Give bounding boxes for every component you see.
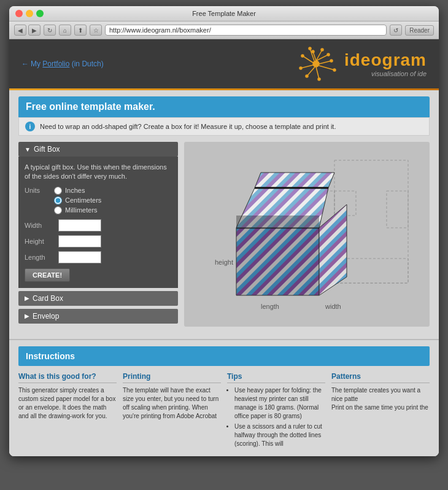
width-dim-label: width <box>325 303 341 310</box>
envelop-section: ▶ Envelop <box>18 309 178 324</box>
instruction-col-2-list: Use heavy paper for folding: the heavies… <box>227 386 325 448</box>
svg-rect-24 <box>387 191 408 228</box>
radio-group: Inches Centimeters Millimeters <box>54 187 101 214</box>
svg-point-11 <box>312 50 314 53</box>
logo-text: ideogram <box>344 50 427 70</box>
instructions-header: Instructions <box>18 346 430 366</box>
instruction-col-2: Tips Use heavy paper for folding: the he… <box>227 372 325 450</box>
box-preview: height length width <box>199 154 414 314</box>
instruction-col-3-extra: Print on the same time you print the <box>331 403 430 412</box>
svg-point-12 <box>321 49 323 51</box>
instructions-grid: What is this good for? This generator si… <box>18 372 430 450</box>
info-icon: i <box>25 122 35 131</box>
svg-rect-44 <box>236 216 319 229</box>
tool-area: ▼ Gift Box A typical gift box. Use this … <box>18 142 430 327</box>
radio-inches-input[interactable] <box>54 187 62 195</box>
info-text: Need to wrap an odd-shaped gift? Create … <box>40 123 336 130</box>
back-arrow-icon: ← <box>21 60 29 68</box>
width-row: Width <box>25 219 172 231</box>
address-bar[interactable]: http://www.ideogram.nl/boxmaker/ <box>105 25 387 36</box>
window-title: Free Template Maker <box>192 10 256 17</box>
instructions-section: Instructions What is this good for? This… <box>9 339 439 456</box>
box-preview-panel: height length width <box>184 142 430 327</box>
browser-window: Free Template Maker ◀ ▶ ↻ ⌂ ⬆ ☆ http://w… <box>9 6 439 456</box>
length-dim-label: length <box>261 303 279 310</box>
length-input[interactable] <box>58 251 101 263</box>
maximize-button[interactable] <box>36 10 44 17</box>
reader-button[interactable]: Reader <box>405 25 434 36</box>
width-label: Width <box>25 222 58 229</box>
forward-nav-button[interactable]: ▶ <box>28 25 41 36</box>
radio-centimeters-label: Centimeters <box>65 196 101 204</box>
home-button[interactable]: ⌂ <box>59 25 71 36</box>
reload-button[interactable]: ↻ <box>44 25 56 36</box>
height-label: Height <box>25 238 58 245</box>
svg-point-18 <box>299 67 302 69</box>
svg-marker-39 <box>236 228 319 295</box>
svg-point-16 <box>318 78 320 80</box>
envelop-accordion-header[interactable]: ▶ Envelop <box>18 309 178 324</box>
toolbar: ◀ ▶ ↻ ⌂ ⬆ ☆ http://www.ideogram.nl/boxma… <box>9 21 439 39</box>
main-content: Free online template maker. i Need to wr… <box>9 90 439 339</box>
envelop-label: Envelop <box>33 312 59 321</box>
back-nav-button[interactable]: ◀ <box>14 25 26 36</box>
length-label: Length <box>25 254 58 261</box>
svg-point-17 <box>306 75 308 77</box>
back-link[interactable]: ← My Portfolio (in Dutch) <box>21 60 104 68</box>
page-content: ← My Portfolio (in Dutch) <box>9 39 439 456</box>
width-input[interactable] <box>58 219 101 231</box>
minimize-button[interactable] <box>26 10 33 17</box>
title-bar: Free Template Maker <box>9 6 439 21</box>
gift-box-chevron-icon: ▼ <box>25 146 31 153</box>
share-button[interactable]: ⬆ <box>74 25 87 36</box>
radio-millimeters[interactable]: Millimeters <box>54 206 101 214</box>
card-box-accordion-header[interactable]: ▶ Card Box <box>18 291 178 306</box>
close-button[interactable] <box>15 10 23 17</box>
svg-marker-42 <box>255 173 334 188</box>
gift-box-description: A typical gift box. Use this when the di… <box>25 163 172 182</box>
refresh-button[interactable]: ↺ <box>390 25 402 36</box>
site-header: ← My Portfolio (in Dutch) <box>9 39 439 88</box>
units-label: Units <box>25 187 49 214</box>
traffic-lights <box>15 10 44 17</box>
create-button[interactable]: CREATE! <box>25 268 70 282</box>
svg-line-9 <box>303 56 313 63</box>
left-panel: ▼ Gift Box A typical gift box. Use this … <box>18 142 178 327</box>
instruction-col-0-text: This generator simply creates a custom s… <box>18 386 117 421</box>
svg-point-13 <box>327 53 330 56</box>
instructions-heading: Instructions <box>26 351 422 361</box>
gift-box-body: A typical gift box. Use this when the di… <box>18 157 178 288</box>
main-heading: Free online template maker. <box>26 101 422 112</box>
svg-line-7 <box>307 67 315 76</box>
svg-line-6 <box>316 67 319 79</box>
radio-centimeters-input[interactable] <box>54 196 62 204</box>
card-box-label: Card Box <box>33 294 63 303</box>
instruction-col-3-title: Patterns <box>331 372 430 383</box>
address-text: http://www.ideogram.nl/boxmaker/ <box>109 26 382 34</box>
logo-area: ideogram visualisation of ide <box>344 50 427 77</box>
instruction-col-2-item-1: Use a scissors and a ruler to cut halfwa… <box>234 422 325 448</box>
instruction-col-2-title: Tips <box>227 372 325 383</box>
radio-inches-label: Inches <box>65 187 85 194</box>
radio-millimeters-input[interactable] <box>54 206 62 214</box>
height-dim-label: height <box>215 259 233 266</box>
instruction-col-1-title: Printing <box>123 372 221 383</box>
svg-line-8 <box>301 65 313 68</box>
main-heading-bar: Free online template maker. <box>18 96 430 117</box>
instruction-col-0-title: What is this good for? <box>18 372 117 383</box>
length-row: Length <box>25 251 172 263</box>
height-input[interactable] <box>58 235 101 247</box>
radio-millimeters-label: Millimeters <box>65 206 98 214</box>
instruction-col-1-text: The template will have the exact size yo… <box>123 386 221 421</box>
radio-centimeters[interactable]: Centimeters <box>54 196 101 204</box>
instruction-col-2-item-0: Use heavy paper for folding: the heavies… <box>234 386 325 421</box>
box-3d-svg: height length width <box>199 154 414 320</box>
radio-inches[interactable]: Inches <box>54 187 101 195</box>
svg-point-15 <box>333 69 336 71</box>
instruction-col-1: Printing The template will have the exac… <box>123 372 221 450</box>
svg-point-0 <box>313 61 319 67</box>
bookmark-button[interactable]: ☆ <box>90 25 102 36</box>
gift-box-accordion-header[interactable]: ▼ Gift Box <box>18 142 178 157</box>
card-box-section: ▶ Card Box <box>18 291 178 306</box>
svg-point-14 <box>330 60 333 62</box>
